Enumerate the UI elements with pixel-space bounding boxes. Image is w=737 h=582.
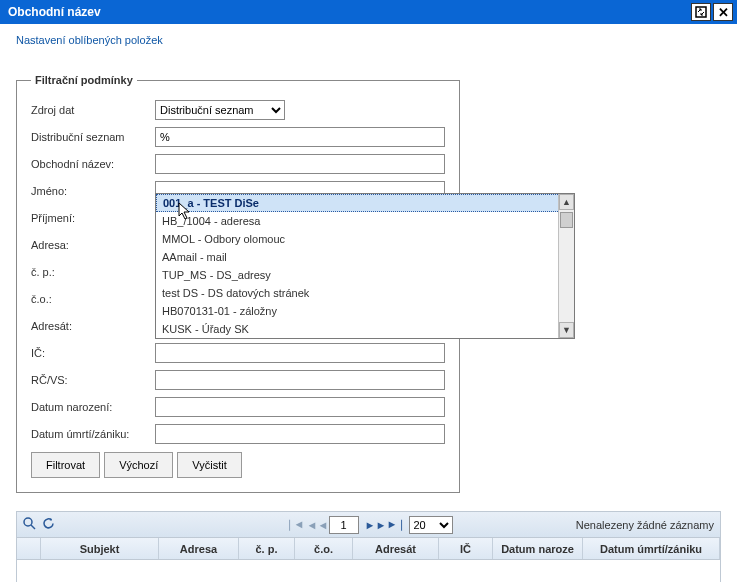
- dropdown-item[interactable]: test DS - DS datových stránek: [156, 284, 574, 302]
- data-source-select[interactable]: Distribuční seznam: [155, 100, 285, 120]
- label-death-date: Datum úmrtí/zániku:: [31, 428, 155, 440]
- dropdown-item[interactable]: HB070131-01 - záložny: [156, 302, 574, 320]
- label-addressee: Adresát:: [31, 320, 155, 332]
- label-house-no: č. p.:: [31, 266, 155, 278]
- col-address[interactable]: Adresa: [159, 538, 239, 559]
- pager-first-icon[interactable]: ❘◄: [285, 518, 301, 531]
- col-orient-no[interactable]: č.o.: [295, 538, 353, 559]
- dropdown-item[interactable]: HB_/1004 - aderesa: [156, 212, 574, 230]
- dropdown-item[interactable]: KUSK - Úřady SK: [156, 320, 574, 338]
- default-button[interactable]: Výchozí: [104, 452, 173, 478]
- pager-next-icon[interactable]: ►►: [365, 519, 381, 531]
- clear-button[interactable]: Vyčistit: [177, 452, 241, 478]
- pager-prev-icon[interactable]: ◄◄: [307, 519, 323, 531]
- window-titlebar: Obchodní název ✕: [0, 0, 737, 24]
- col-addressee[interactable]: Adresát: [353, 538, 439, 559]
- scroll-thumb[interactable]: [560, 212, 573, 228]
- col-ico[interactable]: IČ: [439, 538, 493, 559]
- svg-line-2: [31, 525, 35, 529]
- filters-legend: Filtrační podmínky: [31, 74, 137, 86]
- grid-body-empty: [17, 560, 720, 582]
- dropdown-item[interactable]: AAmail - mail: [156, 248, 574, 266]
- label-ico: IČ:: [31, 347, 155, 359]
- birth-date-input[interactable]: [155, 397, 445, 417]
- label-trade-name: Obchodní název:: [31, 158, 155, 170]
- col-birth-date[interactable]: Datum naroze: [493, 538, 583, 559]
- grid-status: Nenalezeny žádné záznamy: [576, 519, 714, 531]
- window-title: Obchodní název: [8, 5, 101, 19]
- col-subject[interactable]: Subjekt: [41, 538, 159, 559]
- filter-button[interactable]: Filtrovat: [31, 452, 100, 478]
- col-house-no[interactable]: č. p.: [239, 538, 295, 559]
- maximize-button[interactable]: [691, 3, 711, 21]
- dropdown-item[interactable]: TUP_MS - DS_adresy: [156, 266, 574, 284]
- dist-list-input[interactable]: [155, 127, 445, 147]
- rcvs-input[interactable]: [155, 370, 445, 390]
- scroll-down-icon[interactable]: ▼: [559, 322, 574, 338]
- grid-header-row: Subjekt Adresa č. p. č.o. Adresát IČ Dat…: [17, 538, 720, 560]
- search-icon[interactable]: [23, 517, 36, 533]
- favorites-link[interactable]: Nastavení oblíbených položek: [0, 24, 175, 50]
- trade-name-input[interactable]: [155, 154, 445, 174]
- svg-point-1: [24, 518, 32, 526]
- dist-list-dropdown[interactable]: 001_a - TEST DiSe HB_/1004 - aderesa MMO…: [155, 193, 575, 339]
- label-rcvs: RČ/VS:: [31, 374, 155, 386]
- scroll-up-icon[interactable]: ▲: [559, 194, 574, 210]
- label-address: Adresa:: [31, 239, 155, 251]
- dropdown-item[interactable]: MMOL - Odbory olomouc: [156, 230, 574, 248]
- close-button[interactable]: ✕: [713, 3, 733, 21]
- label-orient-no: č.o.:: [31, 293, 155, 305]
- label-data-source: Zdroj dat: [31, 104, 155, 116]
- label-dist-list: Distribuční seznam: [31, 131, 155, 143]
- dropdown-scrollbar[interactable]: ▲ ▼: [558, 194, 574, 338]
- dropdown-item[interactable]: 001_a - TEST DiSe: [156, 194, 574, 212]
- death-date-input[interactable]: [155, 424, 445, 444]
- pager-page-input[interactable]: [329, 516, 359, 534]
- label-surname: Příjmení:: [31, 212, 155, 224]
- refresh-icon[interactable]: [42, 517, 55, 533]
- pager-last-icon[interactable]: ►❘: [387, 518, 403, 531]
- pager-size-select[interactable]: 20: [409, 516, 453, 534]
- ico-input[interactable]: [155, 343, 445, 363]
- grid-toolbar: ❘◄ ◄◄ ►► ►❘ 20 Nenalezeny žádné záznamy: [17, 512, 720, 538]
- results-grid: ❘◄ ◄◄ ►► ►❘ 20 Nenalezeny žádné záznamy …: [16, 511, 721, 582]
- col-death-date[interactable]: Datum úmrtí/zániku: [583, 538, 720, 559]
- label-birth-date: Datum narození:: [31, 401, 155, 413]
- label-first-name: Jméno:: [31, 185, 155, 197]
